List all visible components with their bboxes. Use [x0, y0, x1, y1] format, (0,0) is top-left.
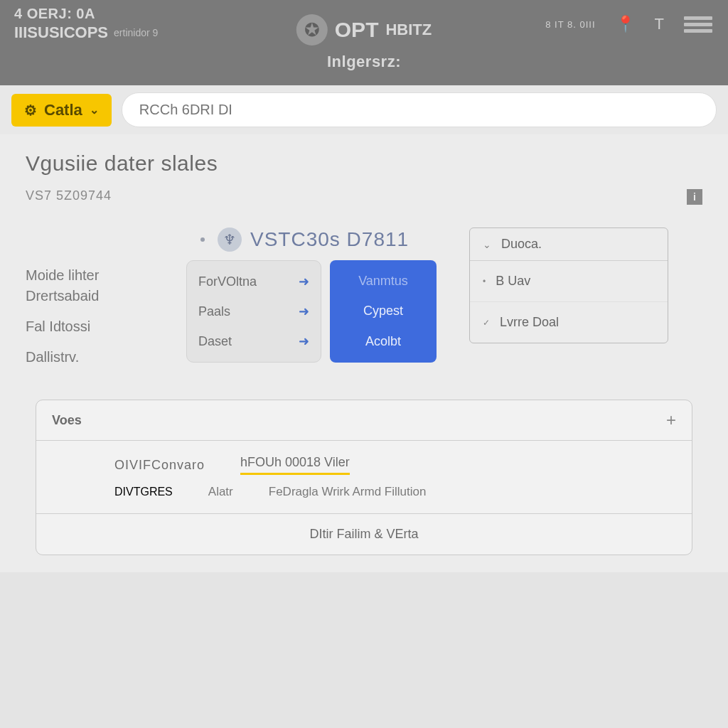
left-label-1a: Moide lihter	[26, 266, 168, 285]
pin-icon[interactable]: 📍	[616, 15, 635, 33]
right-panel-item-2[interactable]: ✓ Lvrre Doal	[470, 301, 668, 343]
app-header: 4 OERJ: 0A IIISUSICOPS ertinidor 9 ✪ OPT…	[0, 0, 728, 85]
info-icon[interactable]: i	[687, 189, 702, 205]
grey-item-1-label: Paals	[198, 304, 230, 319]
center-title-text: VSTC30s D7811	[250, 228, 409, 251]
right-panel: ⌄ Duoca. • B Uav ✓ Lvrre Doal	[469, 228, 668, 343]
logo-icon: ✪	[296, 14, 328, 46]
grey-item-0[interactable]: ForVOltna ➜	[187, 267, 321, 296]
card-header-label: Voes	[52, 413, 82, 428]
right-panel-item-2-label: Lvrre Doal	[500, 315, 559, 330]
plus-icon[interactable]: +	[666, 410, 676, 430]
blue-item-top[interactable]: Vanmtus	[330, 267, 437, 296]
card-row2-sub1[interactable]: Alatr	[208, 485, 233, 499]
crest-icon: ♆	[218, 228, 242, 252]
tool-icon[interactable]: T	[655, 15, 664, 33]
chevron-down-icon: ⌄	[90, 103, 99, 117]
page-title: Vgusiie dater slales	[26, 151, 702, 176]
dot-icon	[200, 237, 205, 242]
blue-item-bot[interactable]: Acolbt	[330, 327, 437, 356]
header-center: ✪ OPT HBITZ Inlgersrz:	[296, 14, 432, 71]
search-input[interactable]	[122, 92, 717, 127]
right-panel-header[interactable]: ⌄ Duoca.	[470, 228, 668, 261]
page-body: Vgusiie dater slales VS7 5Z09744 i Moide…	[0, 134, 728, 572]
card-footer[interactable]: DItir Failim & VErta	[36, 513, 692, 555]
grey-panel: ForVOltna ➜ Paals ➜ Daset ➜	[186, 260, 321, 363]
bottom-card: Voes + OIVIFConvaro hFOUh 00018 Viler DI…	[36, 400, 692, 555]
bullet-icon: •	[483, 277, 486, 287]
catalog-label: Catla	[44, 101, 82, 119]
grey-item-2-label: Daset	[198, 334, 232, 349]
page-subcode: VS7 5Z09744	[26, 188, 702, 203]
header-subtitle: Inlgersrz:	[296, 53, 432, 71]
card-body: OIVIFConvaro hFOUh 00018 Viler DIVTGRES …	[36, 441, 692, 513]
card-row2-key: DIVTGRES	[114, 486, 173, 498]
check-icon: ✓	[483, 318, 490, 328]
blue-panel: Vanmtus Cypest Acolbt	[330, 260, 437, 363]
right-panel-header-label: Duoca.	[501, 237, 542, 252]
logo-main-text: OPT	[335, 18, 379, 42]
brand-name: IIISUSICOPS	[14, 23, 108, 42]
brand-sub: ertinidor 9	[114, 27, 158, 38]
nav-bar: ⚙ Catla ⌄	[0, 85, 728, 134]
catalog-button[interactable]: ⚙ Catla ⌄	[11, 94, 112, 127]
card-header: Voes +	[36, 400, 692, 441]
header-right: 8 IT 8. 0III 📍 T	[545, 7, 712, 41]
center-column: ♆ VSTC30s D7811 ForVOltna ➜ Paals ➜ Dase…	[186, 228, 437, 363]
left-label-2: Fal Idtossi	[26, 317, 168, 336]
chevron-down-icon: ⌄	[483, 239, 491, 250]
mid-area: Moide lihter Drertsabaid Fal Idtossi Dal…	[26, 228, 702, 378]
blue-item-mid[interactable]: Cypest	[330, 296, 437, 326]
gear-icon: ⚙	[24, 102, 37, 119]
grey-item-2[interactable]: Daset ➜	[187, 326, 321, 356]
card-row2-sub2[interactable]: FeDragla Wrirk Armd Fillution	[269, 485, 427, 499]
arrow-right-icon: ➜	[299, 274, 309, 289]
left-label-3: Dallistrv.	[26, 348, 168, 367]
arrow-right-icon: ➜	[299, 304, 309, 319]
header-meta: 8 IT 8. 0III	[545, 19, 595, 30]
center-title: ♆ VSTC30s D7811	[200, 228, 437, 252]
card-row-1: OIVIFConvaro hFOUh 00018 Viler	[114, 455, 614, 475]
menu-icon[interactable]	[684, 7, 712, 41]
grey-item-1[interactable]: Paals ➜	[187, 296, 321, 326]
grey-item-0-label: ForVOltna	[198, 274, 257, 289]
card-row-2: DIVTGRES Alatr FeDragla Wrirk Armd Fillu…	[114, 485, 614, 499]
right-panel-item-1[interactable]: • B Uav	[470, 261, 668, 301]
right-panel-item-1-label: B Uav	[496, 274, 530, 289]
arrow-right-icon: ➜	[299, 333, 309, 349]
card-row1-key: OIVIFConvaro	[114, 458, 205, 473]
card-row1-val[interactable]: hFOUh 00018 Viler	[240, 455, 350, 475]
logo-side-text: HBITZ	[385, 21, 432, 39]
left-label-1b: Drertsabaid	[26, 287, 168, 306]
left-label-column: Moide lihter Drertsabaid Fal Idtossi Dal…	[26, 228, 168, 378]
